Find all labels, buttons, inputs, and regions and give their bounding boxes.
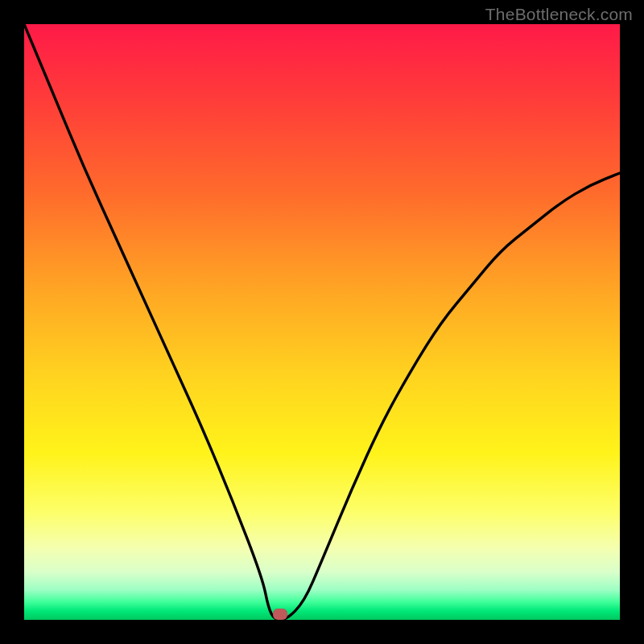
curve-svg bbox=[24, 24, 620, 620]
chart-frame: TheBottleneck.com bbox=[0, 0, 644, 644]
plot-area bbox=[24, 24, 620, 620]
watermark-text: TheBottleneck.com bbox=[485, 5, 633, 24]
optimum-marker bbox=[273, 609, 287, 620]
bottleneck-curve bbox=[24, 24, 620, 620]
